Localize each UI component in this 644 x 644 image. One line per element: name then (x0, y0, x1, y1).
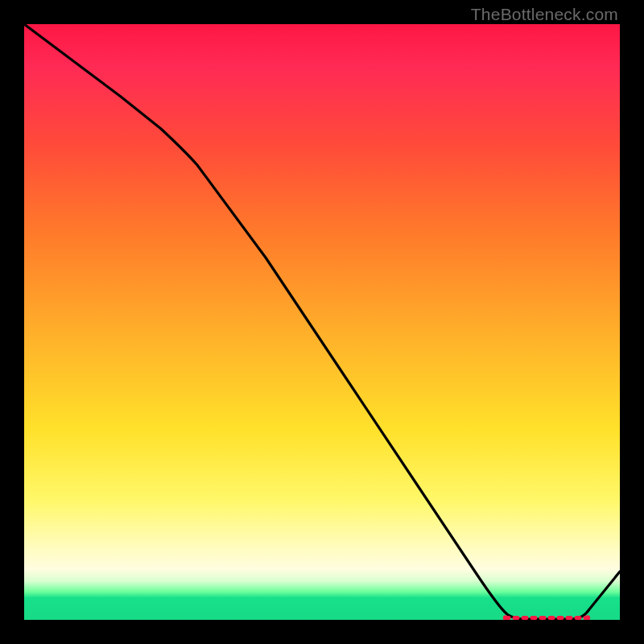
chart-svg (24, 24, 620, 620)
attribution-text: TheBottleneck.com (471, 5, 618, 24)
chart-line (24, 24, 620, 619)
chart-frame (24, 24, 620, 620)
